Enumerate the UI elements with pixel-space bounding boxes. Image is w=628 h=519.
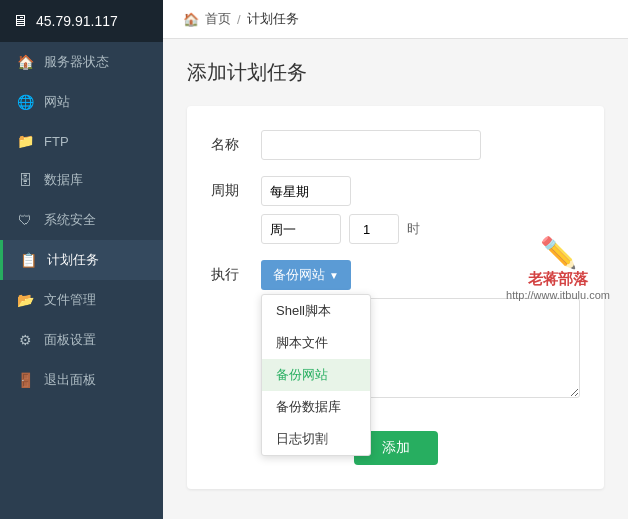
day-select[interactable]: 周一 周二 周三 周四 周五 周六 周日: [261, 214, 341, 244]
breadcrumb-home-link[interactable]: 首页: [205, 10, 231, 28]
home-icon: 🏠: [16, 54, 34, 70]
tasks-icon: 📋: [19, 252, 37, 268]
exec-dropdown-button[interactable]: 备份网站 ▼: [261, 260, 351, 290]
exec-dropdown-menu: Shell脚本 脚本文件 备份网站 备份数据库 日志切割: [261, 294, 371, 456]
sidebar-item-label: 数据库: [44, 171, 83, 189]
name-row: 名称: [211, 130, 580, 160]
exec-row: 执行 备份网站 ▼ Shell脚本 脚本文件 备份网站 备份数据库 日志切割: [211, 260, 580, 401]
sidebar-item-logout[interactable]: 🚪 退出面板: [0, 360, 163, 400]
form-section: 名称 周期 每分钟 每小时 每天 每星期 每月 固定时间: [187, 106, 604, 489]
page-title: 添加计划任务: [187, 59, 604, 86]
sidebar-item-label: 退出面板: [44, 371, 96, 389]
folder-icon: 📂: [16, 292, 34, 308]
breadcrumb-current: 计划任务: [247, 10, 299, 28]
sidebar-item-label: 系统安全: [44, 211, 96, 229]
sidebar-item-label: 文件管理: [44, 291, 96, 309]
exec-option-backup-website[interactable]: 备份网站: [262, 359, 370, 391]
time-suffix: 时: [407, 220, 420, 238]
exec-option-script-file[interactable]: 脚本文件: [262, 327, 370, 359]
sidebar-item-server-status[interactable]: 🏠 服务器状态: [0, 42, 163, 82]
period-row: 周期 每分钟 每小时 每天 每星期 每月 固定时间 周一 周二: [211, 176, 580, 244]
exec-control-area: 备份网站 ▼ Shell脚本 脚本文件 备份网站 备份数据库 日志切割: [261, 260, 580, 401]
main-content: 🏠 首页 / 计划任务 添加计划任务 名称 周期 每分钟 每小时: [163, 0, 628, 519]
chevron-down-icon: ▼: [329, 270, 339, 281]
period-label: 周期: [211, 176, 261, 200]
breadcrumb-home-icon: 🏠: [183, 12, 199, 27]
sidebar-item-label: 面板设置: [44, 331, 96, 349]
server-ip: 45.79.91.117: [36, 13, 118, 29]
schedule-row: 周一 周二 周三 周四 周五 周六 周日 时: [261, 214, 580, 244]
sidebar-item-file-management[interactable]: 📂 文件管理: [0, 280, 163, 320]
sidebar: 🖥 45.79.91.117 🏠 服务器状态 🌐 网站 📁 FTP 🗄 数据库 …: [0, 0, 163, 519]
exec-option-backup-database[interactable]: 备份数据库: [262, 391, 370, 423]
sidebar-item-label: 计划任务: [47, 251, 99, 269]
sidebar-item-label: 网站: [44, 93, 70, 111]
sidebar-item-ftp[interactable]: 📁 FTP: [0, 122, 163, 160]
sidebar-item-panel-settings[interactable]: ⚙ 面板设置: [0, 320, 163, 360]
sidebar-nav: 🏠 服务器状态 🌐 网站 📁 FTP 🗄 数据库 🛡 系统安全 📋 计划任务 📂…: [0, 42, 163, 519]
exec-dropdown-wrapper: 备份网站 ▼ Shell脚本 脚本文件 备份网站 备份数据库 日志切割: [261, 260, 351, 290]
breadcrumb-sep: /: [237, 12, 241, 27]
name-label: 名称: [211, 130, 261, 154]
breadcrumb: 🏠 首页 / 计划任务: [163, 0, 628, 39]
monitor-icon: 🖥: [12, 12, 28, 30]
exec-label: 执行: [211, 260, 261, 284]
shield-icon: 🛡: [16, 212, 34, 228]
gear-icon: ⚙: [16, 332, 34, 348]
logout-icon: 🚪: [16, 372, 34, 388]
sidebar-header: 🖥 45.79.91.117: [0, 0, 163, 42]
period-select[interactable]: 每分钟 每小时 每天 每星期 每月 固定时间: [261, 176, 351, 206]
sidebar-item-label: 服务器状态: [44, 53, 109, 71]
time-input[interactable]: [349, 214, 399, 244]
sidebar-item-website[interactable]: 🌐 网站: [0, 82, 163, 122]
sidebar-item-database[interactable]: 🗄 数据库: [0, 160, 163, 200]
name-input[interactable]: [261, 130, 481, 160]
name-control-area: [261, 130, 580, 160]
period-control-area: 每分钟 每小时 每天 每星期 每月 固定时间 周一 周二 周三 周四: [261, 176, 580, 244]
exec-option-log-rotation[interactable]: 日志切割: [262, 423, 370, 455]
exec-option-shell[interactable]: Shell脚本: [262, 295, 370, 327]
database-icon: 🗄: [16, 172, 34, 188]
page-content: 添加计划任务 名称 周期 每分钟 每小时 每天 每星期 每月: [163, 39, 628, 509]
ftp-icon: 📁: [16, 133, 34, 149]
sidebar-item-security[interactable]: 🛡 系统安全: [0, 200, 163, 240]
sidebar-item-label: FTP: [44, 134, 69, 149]
sidebar-item-scheduled-tasks[interactable]: 📋 计划任务: [0, 240, 163, 280]
exec-btn-label: 备份网站: [273, 266, 325, 284]
globe-icon: 🌐: [16, 94, 34, 110]
